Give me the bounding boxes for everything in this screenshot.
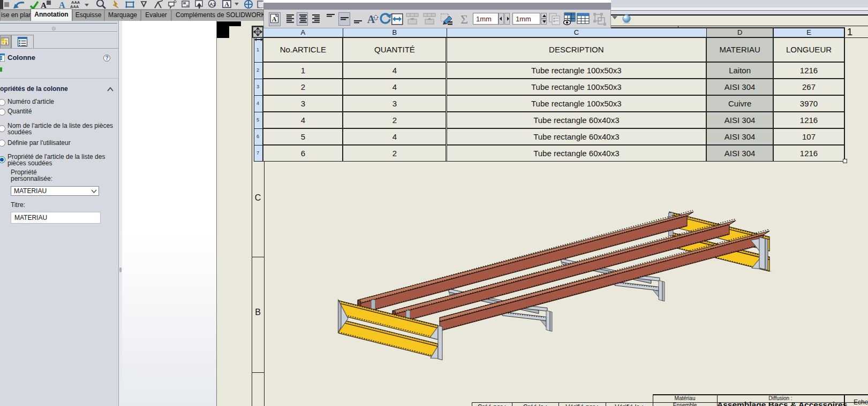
svg-text:AAA: AAA — [70, 4, 79, 9]
svg-text:A: A — [225, 1, 230, 7]
svg-text:A1: A1 — [210, 2, 216, 7]
svg-text:A: A — [59, 1, 65, 9]
svg-text:Σ: Σ — [461, 12, 468, 26]
svg-text:A: A — [272, 16, 277, 23]
svg-text:A: A — [367, 13, 375, 25]
svg-text:A: A — [41, 1, 47, 9]
